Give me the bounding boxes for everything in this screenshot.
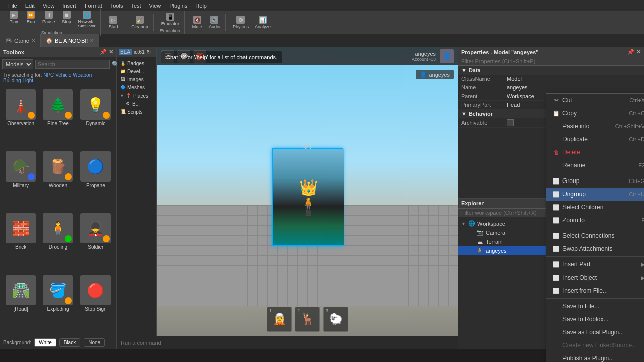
pause-button[interactable]: ⏸ Pause	[40, 10, 57, 29]
tree-images[interactable]: 🖼 Images	[119, 75, 154, 83]
toolbox-search-input[interactable]	[35, 60, 110, 69]
ctx-zoom-to[interactable]: ⬜ Zoom to F	[546, 214, 644, 227]
toolbox-item-label: Stop Sign	[85, 306, 106, 312]
toolbox-item-pinetree[interactable]: 🌲 Pine Tree	[40, 87, 75, 147]
ctx-save-local-plugin[interactable]: Save as Local Plugin...	[546, 326, 644, 339]
properties-header-icons: 📌 ✕	[627, 49, 641, 55]
toolbox-item-propane[interactable]: 🔵 Propane	[78, 149, 113, 209]
tab-game[interactable]: 🎮 Game ✕	[0, 34, 41, 47]
bg-black-button[interactable]: Black	[59, 338, 80, 347]
ctx-rename[interactable]: Rename F2	[546, 159, 644, 172]
inventory-slot-3[interactable]: 3 🐑	[323, 307, 348, 332]
prop-name-value[interactable]: angeyes	[507, 84, 641, 90]
suggest-light[interactable]: Light	[22, 78, 33, 83]
inventory-slot-2[interactable]: 2 🦌	[295, 307, 320, 332]
toolbox-item-label: Dynamic	[86, 121, 105, 126]
ctx-insert-object[interactable]: ⬜ Insert Object ▶	[546, 271, 644, 284]
toolbox-item-drooling[interactable]: 🧍 Drooling	[40, 211, 75, 271]
move-handle[interactable]: ⚙↕	[302, 142, 312, 150]
ctx-ungroup[interactable]: ⬜ Ungroup Ctrl+U	[546, 188, 644, 201]
prop-classname-row: ClassName Model	[458, 75, 644, 83]
prop-archivable-checkbox[interactable]	[507, 119, 514, 126]
cleanup-button[interactable]: 🧹 Cleanup	[129, 15, 150, 30]
physics-button[interactable]: ⚙ Physics	[231, 15, 251, 30]
audio-button[interactable]: 🔊 Audio	[207, 15, 222, 30]
ctx-save-to-file[interactable]: Save to File...	[546, 300, 644, 313]
ctx-insert-from-file[interactable]: ⬜ Insert from File...	[546, 284, 644, 297]
ctx-select-connections[interactable]: ⬜ Select Connections	[546, 229, 644, 242]
ctx-divider-3	[546, 256, 644, 257]
menu-tools[interactable]: Tools	[106, 2, 127, 10]
toolbox-item-stopsign[interactable]: 🔴 Stop Sign	[78, 273, 113, 333]
toolbox-item-soldier[interactable]: 💂 Soldier	[78, 211, 113, 271]
play-button[interactable]: ▶ Play	[6, 10, 21, 29]
viewport[interactable]: ☰ 💬 🎒 angeyes Account -13 👤	[157, 47, 458, 336]
toolbox-item-img: 🪖	[6, 151, 36, 182]
ctx-paste-into[interactable]: Paste into Ctrl+Shift+V	[546, 120, 644, 133]
properties-close-icon[interactable]: ✕	[636, 49, 641, 55]
ctx-group-left: ⬜ Group	[552, 177, 579, 185]
analyze-button[interactable]: 📊 Analyze	[253, 15, 273, 30]
ctx-group-icon: ⬜	[552, 177, 560, 185]
command-input[interactable]	[121, 340, 454, 346]
suggest-weapon[interactable]: Weapon	[73, 72, 92, 78]
properties-filter-input[interactable]	[461, 58, 641, 64]
bea-id-label: id:61	[134, 49, 145, 55]
physics-icon: ⚙	[236, 16, 245, 24]
toolbox-item-road[interactable]: 🛣️ [Road]	[3, 273, 38, 333]
tree-meshes[interactable]: 🔷 Meshes	[119, 83, 154, 92]
menu-test[interactable]: Test	[127, 2, 145, 10]
ctx-publish-plugin[interactable]: Publish as Plugin...	[546, 352, 644, 362]
bg-white-button[interactable]: White	[34, 338, 56, 347]
prop-section-behavior-label: Behavior	[469, 111, 493, 117]
tab-beanoobi[interactable]: 🏠 BE A NOOBI! ✕	[41, 34, 99, 47]
toolbox-item-dynamic[interactable]: 💡 Dynamic	[78, 87, 113, 147]
ctx-pubplugin-label: Publish as Plugin...	[562, 355, 614, 362]
ctx-save-to-roblox[interactable]: Save to Roblox...	[546, 313, 644, 326]
tree-develop[interactable]: 📁 Devel...	[119, 67, 154, 75]
toolbox-item-wooden[interactable]: 🪵 Wooden	[40, 149, 75, 209]
stop-button[interactable]: ⏹ Stop	[59, 10, 74, 29]
ctx-select-children[interactable]: ⬜ Select Children	[546, 201, 644, 214]
pause-icon: ⏸	[45, 11, 53, 19]
ctx-duplicate[interactable]: Duplicate Ctrl+D	[546, 133, 644, 146]
tree-b[interactable]: ⚙ B...	[119, 100, 154, 108]
toolbox-item-observation[interactable]: 🗼 Observation	[3, 87, 38, 147]
tree-places[interactable]: ▼ 📍 Places	[119, 92, 154, 100]
tree-badges[interactable]: 🏅 Badges	[119, 59, 154, 67]
tree-scripts[interactable]: 📜 Scripts	[119, 108, 154, 116]
user-list-name: angeyes	[429, 72, 450, 78]
network-simulator-button[interactable]: 🌐 NetworkSimulator	[76, 10, 98, 29]
menu-help[interactable]: Help	[191, 2, 211, 10]
run-button[interactable]: ⏩ Run	[23, 10, 38, 29]
properties-pin-icon[interactable]: 📌	[627, 49, 634, 55]
tab-beanoobi-close[interactable]: ✕	[90, 38, 94, 43]
cleanup-icon: 🧹	[136, 16, 144, 24]
mute-button[interactable]: 🔇 Mute	[190, 15, 205, 30]
menu-plugins[interactable]: Plugins	[165, 2, 191, 10]
toolbox-item-exploding[interactable]: 🪣 Exploding	[40, 273, 75, 333]
ctx-swap-attachments[interactable]: ⬜ Swap Attachments	[546, 242, 644, 255]
start-button[interactable]: ▷ Start	[106, 15, 121, 30]
toolbox-item-brick[interactable]: 🧱 Brick	[3, 211, 38, 271]
ctx-copy[interactable]: 📋 Copy Ctrl+C	[546, 107, 644, 120]
prop-section-data-header[interactable]: ▼ Data	[458, 66, 644, 75]
suggest-building[interactable]: Building	[3, 78, 21, 83]
toolbox-pin-icon[interactable]: 📌	[100, 49, 107, 55]
inventory-slot-1[interactable]: 1 🧝	[267, 307, 292, 332]
tab-game-close[interactable]: ✕	[31, 38, 35, 43]
emulator-button[interactable]: 📱 Emulator	[159, 12, 181, 27]
suggest-npc[interactable]: NPC	[43, 72, 54, 78]
toolbox-item-img: 💂	[80, 213, 111, 243]
suggest-vehicle[interactable]: Vehicle	[55, 72, 71, 78]
bg-none-button[interactable]: None	[84, 338, 105, 347]
ctx-cut[interactable]: ✂ Cut Ctrl+X	[546, 94, 644, 107]
toolbox-close-icon[interactable]: ✕	[109, 49, 113, 55]
menu-view2[interactable]: View	[145, 2, 166, 10]
toolbox-item-military[interactable]: 🪖 Military	[3, 149, 38, 209]
ctx-insert-part[interactable]: ⬜ Insert Part ▶	[546, 258, 644, 271]
ctx-delete[interactable]: 🗑 Delete	[546, 146, 644, 159]
ctx-group[interactable]: ⬜ Group Ctrl+G	[546, 174, 644, 188]
bea-refresh-icon[interactable]: ↻	[147, 49, 151, 55]
toolbox-model-select[interactable]: Models	[2, 59, 33, 69]
